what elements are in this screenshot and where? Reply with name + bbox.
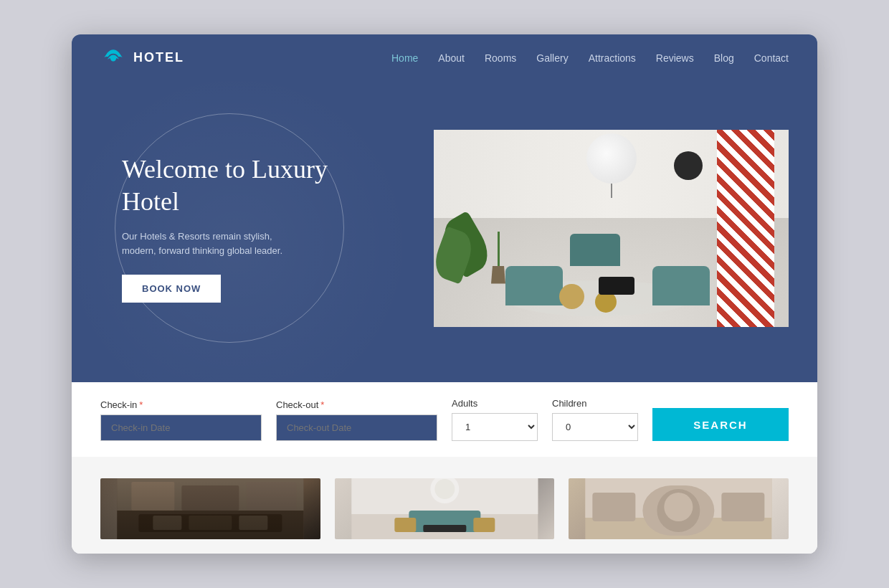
logo-area: HOTEL: [100, 48, 184, 68]
checkout-input[interactable]: [276, 414, 437, 441]
lobby-scene: [434, 130, 789, 327]
lamp-globe: [586, 133, 637, 184]
nav-home[interactable]: Home: [391, 52, 418, 64]
hero-section: Welcome to Luxury Hotel Our Hotels & Res…: [72, 81, 817, 382]
svg-rect-0: [117, 478, 303, 539]
room-preview: [72, 457, 817, 554]
hero-left: Welcome to Luxury Hotel Our Hotels & Res…: [100, 110, 358, 346]
checkin-label: Check-in *: [100, 399, 262, 410]
nav-rooms[interactable]: Rooms: [485, 52, 516, 64]
book-now-button[interactable]: BOOK NOW: [122, 275, 221, 303]
svg-point-13: [434, 479, 455, 499]
svg-rect-1: [117, 478, 303, 511]
room-card-1[interactable]: [100, 478, 320, 539]
chair-back: [570, 234, 620, 266]
nav-contact[interactable]: Contact: [754, 52, 789, 64]
nav-blog[interactable]: Blog: [714, 52, 734, 64]
hero-image: [434, 130, 789, 327]
logo-icon: [100, 48, 126, 68]
red-panel: [717, 130, 774, 327]
room-cards: [100, 478, 789, 539]
svg-rect-16: [473, 518, 495, 532]
svg-rect-17: [423, 525, 466, 532]
site-header: HOTEL Home About Rooms Gallery Attractio…: [72, 34, 817, 81]
nav-attractions[interactable]: Attractions: [589, 52, 636, 64]
adults-field: Adults 1 2 3 4 5: [452, 398, 552, 441]
site-title: HOTEL: [133, 50, 184, 65]
svg-rect-23: [593, 493, 636, 521]
svg-rect-3: [181, 485, 239, 511]
svg-rect-2: [131, 482, 174, 511]
room-card-2[interactable]: [335, 478, 555, 539]
svg-rect-15: [394, 518, 416, 532]
svg-rect-4: [246, 482, 296, 511]
hero-content: Welcome to Luxury Hotel Our Hotels & Res…: [100, 110, 358, 346]
plant-pot: [491, 266, 505, 284]
booking-bar: Check-in * Check-out * Adults 1 2 3 4 5 …: [72, 382, 817, 457]
nav-about[interactable]: About: [438, 52, 465, 64]
adults-label: Adults: [452, 398, 538, 409]
svg-point-22: [665, 493, 693, 521]
sunburst-decor: [674, 151, 703, 180]
checkin-input[interactable]: [100, 414, 262, 441]
hero-title: Welcome to Luxury Hotel: [122, 153, 344, 218]
children-label: Children: [552, 398, 638, 409]
coffee-table: [599, 277, 634, 295]
main-nav: Home About Rooms Gallery Attractions Rev…: [391, 52, 789, 64]
lamp-cord: [611, 184, 612, 198]
search-button[interactable]: SEARCH: [652, 408, 789, 441]
svg-rect-9: [239, 516, 267, 530]
nav-gallery[interactable]: Gallery: [536, 52, 568, 64]
stool-1: [559, 284, 584, 309]
room-card-3[interactable]: [569, 478, 789, 539]
chair-right: [652, 266, 710, 305]
checkout-label: Check-out *: [276, 399, 437, 410]
browser-window: HOTEL Home About Rooms Gallery Attractio…: [72, 34, 817, 554]
chair-left: [505, 266, 563, 305]
checkout-required: *: [320, 399, 324, 410]
adults-select[interactable]: 1 2 3 4 5: [452, 413, 538, 441]
plant: [491, 232, 505, 284]
children-select[interactable]: 0 1 2 3 4: [552, 413, 638, 441]
hero-subtitle: Our Hotels & Resorts remain stylish, mod…: [122, 229, 294, 257]
plant-stem: [498, 232, 500, 267]
svg-rect-24: [722, 493, 765, 521]
svg-rect-5: [117, 511, 303, 539]
nav-reviews[interactable]: Reviews: [656, 52, 694, 64]
svg-rect-7: [153, 516, 181, 530]
checkin-field: Check-in *: [100, 399, 276, 441]
svg-rect-6: [138, 514, 282, 532]
checkin-required: *: [139, 399, 143, 410]
lamp: [586, 133, 637, 198]
children-field: Children 0 1 2 3 4: [552, 398, 652, 441]
checkout-field: Check-out *: [276, 399, 452, 441]
svg-rect-8: [189, 516, 232, 530]
